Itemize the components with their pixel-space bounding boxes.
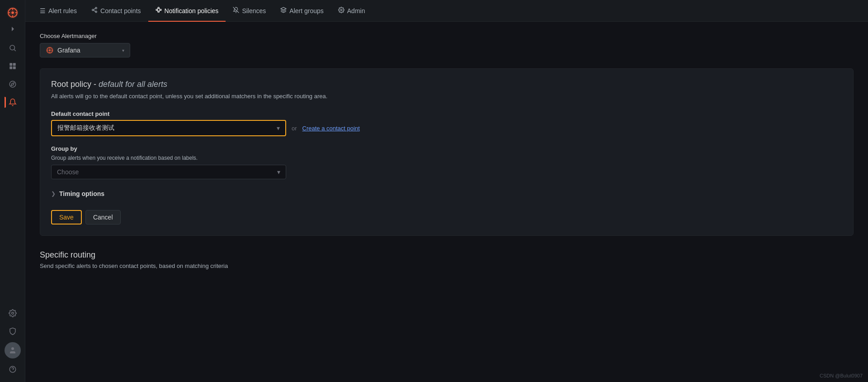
layers-icon (280, 7, 287, 14)
search-icon (9, 44, 17, 52)
specific-routing-section: Specific routing Send specific alerts to… (40, 250, 854, 269)
tab-alert-groups-label: Alert groups (289, 7, 323, 14)
group-by-select[interactable]: Choose ▾ (51, 165, 286, 179)
tab-admin[interactable]: Admin (331, 0, 373, 22)
svg-line-22 (94, 10, 95, 11)
tab-notification-policies-label: Notification policies (165, 7, 219, 14)
svg-point-37 (49, 49, 51, 51)
sidebar-item-alerting[interactable] (5, 94, 21, 110)
svg-rect-12 (13, 67, 15, 69)
svg-point-20 (92, 9, 94, 11)
network-icon (156, 7, 162, 14)
specific-routing-title: Specific routing (40, 250, 854, 260)
grafana-dropdown-icon (46, 46, 54, 54)
sidebar-item-admin[interactable] (5, 323, 21, 339)
dashboards-icon (9, 62, 17, 70)
svg-line-31 (159, 10, 160, 12)
tab-alert-rules-label: Alert rules (48, 7, 77, 14)
contact-point-value: 报警邮箱接收者测试 (57, 124, 114, 132)
svg-rect-24 (156, 9, 157, 10)
admin-gear-icon (338, 7, 344, 14)
alertmanager-section: Choose Alertmanager Grafana ▾ (40, 33, 854, 57)
gear-icon (9, 309, 17, 317)
svg-rect-9 (9, 63, 12, 66)
topnav: ☰ Alert rules Contact points (25, 0, 868, 22)
tab-contact-points-label: Contact points (100, 7, 141, 14)
alertmanager-dropdown[interactable]: Grafana ▾ (40, 43, 130, 57)
timing-options-section[interactable]: ❯ Timing options (51, 188, 842, 199)
compass-icon (9, 80, 17, 88)
sidebar-item-user[interactable] (5, 342, 21, 358)
chevron-right-icon (9, 25, 16, 33)
grafana-logo[interactable] (5, 5, 21, 21)
tab-alert-rules[interactable]: ☰ Alert rules (33, 0, 84, 22)
grafana-logo-icon (6, 6, 19, 19)
page-content: Choose Alertmanager Grafana ▾ Root (25, 22, 868, 382)
bell-icon (9, 98, 17, 106)
root-policy-description: All alerts will go to the default contac… (51, 93, 842, 100)
svg-line-32 (233, 7, 239, 13)
sidebar-item-search[interactable] (5, 40, 21, 56)
sidebar-item-settings[interactable] (5, 305, 21, 321)
svg-line-23 (94, 9, 95, 10)
specific-routing-description: Send specific alerts to chosen contact p… (40, 263, 854, 269)
svg-point-21 (95, 11, 97, 13)
svg-point-19 (95, 7, 97, 9)
group-by-group: Group by Group alerts when you receive a… (51, 145, 842, 179)
sidebar-item-dashboards[interactable] (5, 58, 21, 74)
or-text: or (292, 125, 297, 132)
sidebar-item-help[interactable] (5, 361, 21, 377)
tab-contact-points[interactable]: Contact points (84, 0, 148, 22)
form-actions: Save Cancel (51, 210, 842, 224)
tab-silences[interactable]: Silences (226, 0, 273, 22)
save-button[interactable]: Save (51, 210, 82, 224)
svg-rect-27 (160, 9, 161, 10)
help-icon (9, 365, 17, 373)
svg-rect-11 (9, 67, 12, 69)
timing-options-label: Timing options (59, 190, 104, 197)
sidebar-item-explore[interactable] (5, 76, 21, 92)
svg-rect-26 (158, 11, 159, 12)
group-by-label: Group by (51, 145, 842, 152)
dropdown-arrow-icon: ▾ (122, 48, 124, 53)
svg-point-34 (340, 9, 342, 11)
tab-alert-groups[interactable]: Alert groups (273, 0, 330, 22)
watermark: CSDN @Bulut0907 (820, 373, 863, 378)
choose-alertmanager-label: Choose Alertmanager (40, 33, 854, 39)
tab-admin-label: Admin (347, 7, 365, 14)
svg-line-29 (157, 10, 158, 12)
create-contact-point-link[interactable]: Create a contact point (302, 125, 360, 132)
sidebar-collapse-button[interactable] (6, 23, 19, 35)
share-icon (91, 7, 98, 14)
group-by-arrow-icon: ▾ (277, 168, 280, 176)
contact-point-row: 报警邮箱接收者测试 ▾ or Create a contact point (51, 120, 842, 136)
user-icon (9, 346, 17, 354)
svg-rect-25 (158, 7, 159, 9)
contact-point-group: Default contact point 报警邮箱接收者测试 ▾ or Cre… (51, 110, 842, 136)
bell-slash-icon (233, 7, 239, 14)
sidebar (0, 0, 25, 382)
svg-line-28 (157, 8, 158, 10)
svg-line-8 (14, 49, 15, 51)
group-by-description: Group alerts when you receive a notifica… (51, 155, 842, 161)
tab-notification-policies[interactable]: Notification policies (148, 0, 226, 22)
svg-point-7 (10, 45, 15, 50)
svg-point-15 (11, 312, 14, 315)
contact-point-arrow-icon: ▾ (277, 124, 280, 132)
root-policy-title: Root policy - default for all alerts (51, 80, 842, 89)
timing-options-chevron-icon: ❯ (51, 191, 56, 197)
contact-point-select[interactable]: 报警邮箱接收者测试 ▾ (51, 120, 286, 136)
svg-point-13 (9, 81, 16, 87)
alertmanager-value: Grafana (57, 47, 80, 54)
svg-marker-14 (11, 83, 14, 86)
svg-point-16 (11, 347, 14, 350)
root-policy-card: Root policy - default for all alerts All… (40, 68, 854, 236)
shield-icon (9, 327, 17, 335)
group-by-placeholder: Choose (57, 168, 79, 176)
svg-line-30 (159, 8, 160, 10)
main-content: ☰ Alert rules Contact points (25, 0, 868, 382)
default-contact-point-label: Default contact point (51, 110, 842, 117)
svg-rect-10 (13, 63, 15, 66)
cancel-button[interactable]: Cancel (85, 210, 121, 224)
tab-silences-label: Silences (242, 7, 266, 14)
